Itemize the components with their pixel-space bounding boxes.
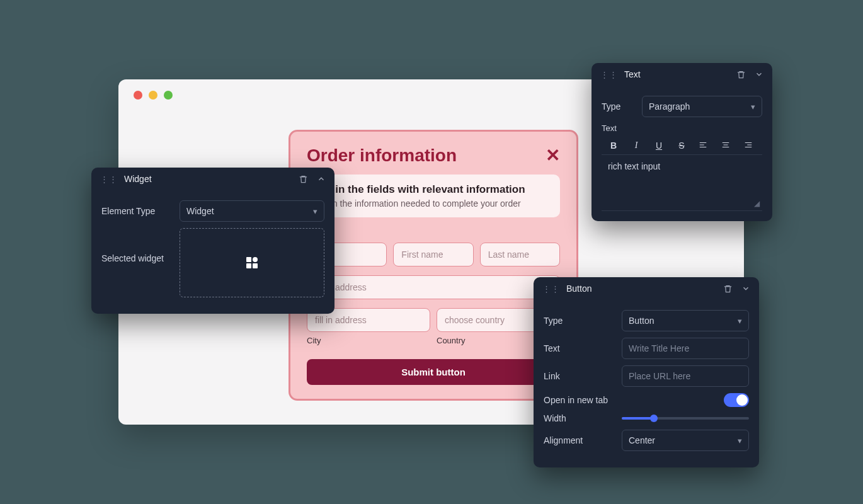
svg-rect-3 — [253, 263, 258, 268]
button-type-value: Button — [629, 316, 654, 326]
width-slider[interactable] — [622, 417, 749, 420]
bold-icon[interactable]: B — [608, 140, 619, 151]
button-text-input[interactable] — [622, 338, 749, 359]
close-icon[interactable]: ✕ — [546, 147, 560, 164]
expand-icon[interactable] — [755, 70, 763, 79]
minimize-window-icon[interactable] — [149, 91, 157, 100]
rich-text-content: rich text input — [608, 161, 660, 171]
underline-icon[interactable]: U — [653, 140, 665, 151]
order-note-subtitle: Fill in the information needed to comple… — [317, 198, 550, 209]
text-type-value: Paragraph — [649, 101, 690, 112]
last-name-input[interactable] — [480, 243, 560, 266]
element-type-value: Widget — [186, 206, 214, 216]
submit-button[interactable]: Submit button — [307, 359, 560, 385]
width-label: Width — [544, 413, 613, 423]
rich-text-input[interactable]: rich text input ◢ — [602, 154, 762, 211]
button-link-input[interactable] — [622, 365, 749, 387]
trash-icon[interactable] — [723, 284, 733, 294]
chevron-down-icon: ▾ — [313, 207, 317, 216]
widget-grid-icon — [244, 255, 260, 270]
order-note: Fill in the fields with relevant informa… — [307, 175, 560, 217]
chevron-down-icon: ▾ — [738, 436, 742, 445]
element-type-label: Element Type — [101, 206, 171, 216]
drag-handle-icon[interactable]: ⋮⋮ — [542, 284, 560, 294]
align-center-icon[interactable] — [721, 140, 733, 151]
city-caption: City — [307, 336, 430, 345]
newtab-toggle[interactable] — [724, 393, 749, 407]
strikethrough-icon[interactable]: S — [676, 140, 687, 151]
expand-icon[interactable] — [741, 284, 750, 293]
svg-rect-2 — [246, 263, 251, 268]
maximize-window-icon[interactable] — [164, 91, 173, 100]
type-label: Type — [544, 316, 613, 326]
panel-title: Button — [566, 284, 592, 294]
order-title: Order information — [307, 146, 457, 166]
svg-rect-0 — [246, 257, 251, 262]
close-window-icon[interactable] — [134, 91, 142, 100]
name-label: Name — [307, 229, 560, 239]
trash-icon[interactable] — [736, 70, 746, 79]
link-label: Link — [544, 371, 613, 381]
widget-dropzone[interactable] — [180, 228, 324, 297]
address-line1-input[interactable] — [307, 275, 560, 299]
type-label: Type — [602, 101, 633, 112]
align-right-icon[interactable] — [744, 140, 755, 151]
button-panel: ⋮⋮ Button Type Button ▾ Text Link — [534, 277, 759, 467]
element-type-select[interactable]: Widget ▾ — [180, 200, 324, 222]
drag-handle-icon[interactable]: ⋮⋮ — [600, 70, 618, 79]
drag-handle-icon[interactable]: ⋮⋮ — [100, 175, 118, 184]
resize-handle-icon[interactable]: ◢ — [754, 199, 760, 208]
button-type-select[interactable]: Button ▾ — [622, 310, 749, 331]
collapse-icon[interactable] — [317, 175, 326, 183]
alignment-label: Alignment — [544, 435, 613, 445]
panel-title: Widget — [124, 174, 152, 184]
panel-title: Text — [624, 69, 641, 79]
text-panel: ⋮⋮ Text Type Paragraph ▾ Text B I U S — [592, 63, 772, 221]
alignment-value: Center — [629, 435, 655, 445]
selected-widget-label: Selected widget — [101, 228, 171, 263]
first-name-input[interactable] — [393, 243, 473, 266]
chevron-down-icon: ▾ — [751, 102, 755, 112]
align-left-icon[interactable] — [699, 140, 710, 151]
svg-rect-1 — [253, 257, 258, 262]
order-note-title: Fill in the fields with relevant informa… — [317, 183, 550, 196]
widget-panel: ⋮⋮ Widget Element Type Widget ▾ Selected… — [91, 168, 334, 314]
window-traffic-lights — [134, 91, 173, 100]
newtab-label: Open in new tab — [544, 395, 715, 405]
rich-text-toolbar: B I U S — [602, 135, 762, 154]
text-label: Text — [602, 123, 762, 133]
trash-icon[interactable] — [299, 175, 308, 184]
text-label: Text — [544, 343, 613, 353]
italic-icon[interactable]: I — [631, 140, 642, 151]
chevron-down-icon: ▾ — [738, 316, 742, 326]
alignment-select[interactable]: Center ▾ — [622, 430, 749, 451]
text-type-select[interactable]: Paragraph ▾ — [642, 96, 762, 117]
